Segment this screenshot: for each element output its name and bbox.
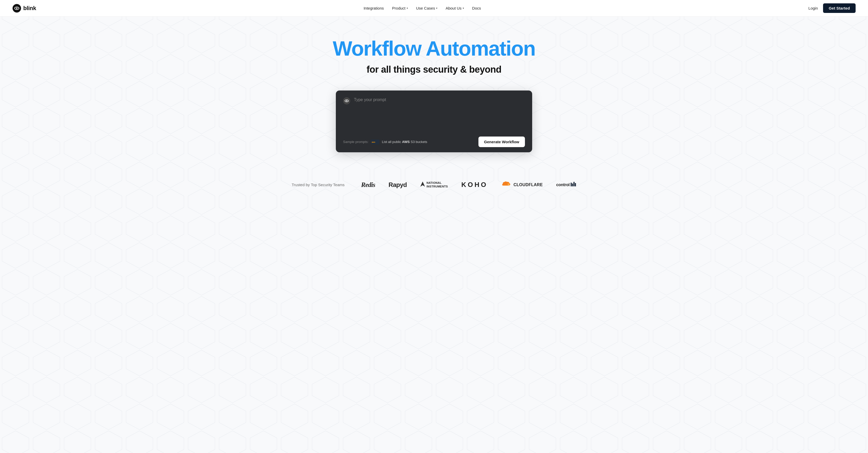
sample-label: Sample prompts:: [343, 140, 368, 144]
generate-workflow-button[interactable]: Generate Workflow: [478, 137, 525, 147]
aws-icon: aws: [371, 139, 379, 145]
nav-actions: Login Get Started: [808, 3, 856, 13]
svg-point-2: [16, 7, 17, 9]
nav-product-label: Product: [392, 6, 406, 10]
nav-integrations-label: Integrations: [364, 6, 383, 10]
logo-redis: Redis: [361, 181, 375, 189]
svg-rect-10: [572, 183, 573, 187]
logo-rapyd: Rapyd: [389, 181, 407, 189]
nav-menu: Integrations Product ▾ Use Cases ▾ About…: [364, 6, 481, 10]
logo-koho: KOHO: [461, 181, 488, 189]
trusted-label: Trusted by Top Security Teams: [292, 182, 345, 187]
prompt-input-area: [343, 97, 525, 130]
prompt-textarea[interactable]: [354, 97, 525, 122]
blink-logo-icon: [12, 4, 21, 13]
chevron-down-icon: ▾: [407, 7, 408, 9]
ni-arrow-icon: [420, 181, 425, 188]
prompt-footer: Sample prompts: aws List all public AWS …: [343, 137, 525, 147]
hero-section: Workflow Automation for all things secur…: [0, 17, 868, 168]
nav-item-aboutus[interactable]: About Us ▾: [445, 6, 464, 10]
nav-aboutus-label: About Us: [445, 6, 462, 10]
prompt-logo-icon: [343, 97, 350, 105]
get-started-button[interactable]: Get Started: [823, 3, 856, 13]
logo-national-instruments: NATIONALINSTRUMENTS: [420, 181, 448, 188]
svg-text:aws: aws: [372, 141, 375, 143]
hero-subtitle: for all things security & beyond: [367, 64, 501, 75]
sample-prompts-area: Sample prompts: aws List all public AWS …: [343, 139, 427, 145]
navigation: blink Integrations Product ▾ Use Cases ▾…: [0, 0, 868, 17]
aws-badge: aws: [371, 139, 379, 145]
trusted-logos: Redis Rapyd NATIONALINSTRUMENTS KOHO: [361, 180, 576, 189]
svg-marker-8: [420, 181, 425, 187]
logo-text: blink: [23, 5, 36, 11]
nav-docs-label: Docs: [472, 6, 481, 10]
nav-item-docs[interactable]: Docs: [472, 6, 481, 10]
nav-item-usecases[interactable]: Use Cases ▾: [416, 6, 437, 10]
sample-prompt-text: List all public AWS S3 buckets: [382, 140, 427, 144]
prompt-box: Sample prompts: aws List all public AWS …: [336, 90, 532, 152]
nav-item-product[interactable]: Product ▾: [392, 6, 408, 10]
chevron-down-icon: ▾: [436, 7, 437, 9]
trusted-section: Trusted by Top Security Teams Redis Rapy…: [0, 168, 868, 205]
logo-controlup: control: [556, 182, 576, 188]
logo-link[interactable]: blink: [12, 4, 36, 13]
svg-rect-11: [574, 182, 575, 186]
controlup-icon: [571, 182, 576, 188]
hero-title: Workflow Automation: [333, 37, 535, 60]
cloudflare-cloud-icon: [501, 180, 512, 189]
nav-item-integrations[interactable]: Integrations: [364, 6, 383, 10]
svg-rect-12: [575, 183, 576, 187]
chevron-down-icon: ▾: [463, 7, 464, 9]
login-link[interactable]: Login: [808, 6, 818, 10]
nav-usecases-label: Use Cases: [416, 6, 435, 10]
logo-cloudflare: CLOUDFLARE: [501, 180, 543, 189]
svg-point-5: [346, 100, 347, 101]
svg-rect-9: [571, 183, 572, 187]
